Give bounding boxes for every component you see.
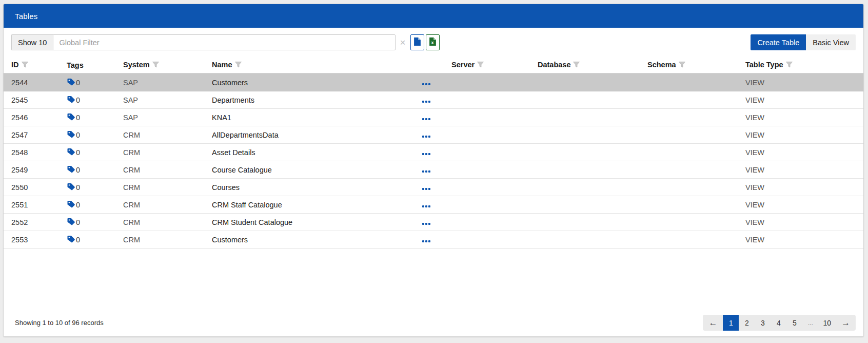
table-row[interactable]: 2545 0 SAP Departments VIEW [4,91,863,109]
cell-database [530,74,640,91]
cell-table-type: VIEW [738,231,863,249]
ellipsis-icon[interactable] [422,188,430,190]
row-actions-button[interactable] [379,161,444,179]
row-actions-button[interactable] [379,231,444,249]
cell-name: Customers [204,231,379,249]
table-row[interactable]: 2551 0 CRM CRM Staff Catalogue VIEW [4,196,863,214]
tables-table: ID Tags System Name Server Data [4,55,863,249]
column-header-tags[interactable]: Tags [59,55,115,74]
filter-funnel-icon[interactable] [477,61,484,69]
cell-tags: 0 [59,74,115,91]
column-header-server[interactable]: Server [444,55,530,74]
export-excel-button[interactable]: x [426,34,440,50]
ellipsis-icon[interactable] [422,205,430,207]
cell-id: 2546 [4,109,59,126]
cell-name: Courses [204,179,379,196]
tag-icon [67,183,75,192]
page-button-5[interactable]: 5 [786,315,802,331]
cell-system: CRM [115,214,204,231]
tag-count: 0 [76,218,80,226]
ellipsis-icon[interactable] [422,170,430,173]
cell-database [530,214,640,231]
column-header-name[interactable]: Name [204,55,379,74]
cell-schema [640,196,738,214]
row-actions-button[interactable] [379,109,444,126]
svg-text:x: x [431,40,433,45]
cell-schema [640,109,738,126]
table-row[interactable]: 2552 0 CRM CRM Student Catalogue VIEW [4,214,863,231]
table-row[interactable]: 2546 0 SAP KNA1 VIEW [4,109,863,126]
cell-id: 2551 [4,196,59,214]
next-page-button[interactable]: → [836,315,856,331]
tables-panel: Tables Show 10 × x [3,4,864,337]
column-header-system[interactable]: System [115,55,204,74]
export-file-button[interactable] [410,34,424,50]
table-row[interactable]: 2544 0 SAP Customers VIEW [4,74,863,91]
basic-view-button[interactable]: Basic View [806,34,856,50]
tag-icon [67,113,75,122]
page-button-3[interactable]: 3 [755,315,771,331]
tag-icon [67,130,75,140]
ellipsis-icon[interactable] [422,240,430,242]
cell-table-type: VIEW [738,214,863,231]
table-row[interactable]: 2553 0 CRM Customers VIEW [4,231,863,249]
cell-system: CRM [115,144,204,161]
table-header-row: ID Tags System Name Server Data [4,55,863,74]
cell-schema [640,161,738,179]
tag-icon [67,78,75,87]
row-actions-button[interactable] [379,179,444,196]
cell-name: CRM Staff Catalogue [204,196,379,214]
column-header-database[interactable]: Database [530,55,640,74]
page-size-selector[interactable]: Show 10 [11,34,53,50]
page-button-2[interactable]: 2 [739,315,755,331]
row-actions-button[interactable] [379,126,444,144]
ellipsis-icon[interactable] [422,83,430,85]
page-button-4[interactable]: 4 [771,315,786,331]
row-actions-button[interactable] [379,144,444,161]
cell-server [444,196,530,214]
row-actions-button[interactable] [379,91,444,109]
ellipsis-icon[interactable] [422,118,430,120]
row-actions-button[interactable] [379,74,444,91]
cell-database [530,144,640,161]
table-row[interactable]: 2547 0 CRM AllDepartmentsData VIEW [4,126,863,144]
cell-schema [640,144,738,161]
ellipsis-icon[interactable] [422,136,430,138]
ellipsis-icon[interactable] [422,223,430,225]
cell-tags: 0 [59,126,115,144]
filter-funnel-icon[interactable] [22,61,28,69]
cell-system: SAP [115,91,204,109]
filter-funnel-icon[interactable] [573,61,580,69]
filter-funnel-icon[interactable] [786,61,793,69]
clear-filter-icon[interactable]: × [400,37,405,47]
ellipsis-icon[interactable] [422,101,430,103]
filter-funnel-icon[interactable] [679,61,685,69]
filter-funnel-icon[interactable] [152,61,159,69]
table-row[interactable]: 2548 0 CRM Asset Details VIEW [4,144,863,161]
row-actions-button[interactable] [379,196,444,214]
cell-database [530,91,640,109]
table-row[interactable]: 2549 0 CRM Course Catalogue VIEW [4,161,863,179]
column-header-table-type[interactable]: Table Type [738,55,863,74]
column-header-id[interactable]: ID [4,55,59,74]
ellipsis-icon[interactable] [422,153,430,155]
cell-schema [640,179,738,196]
panel-header: Tables [4,4,863,28]
row-actions-button[interactable] [379,214,444,231]
tag-icon [67,96,75,105]
table-row[interactable]: 2550 0 CRM Courses VIEW [4,179,863,196]
global-filter-input[interactable] [53,34,396,50]
previous-page-button[interactable]: ← [703,315,723,331]
cell-server [444,179,530,196]
column-header-schema[interactable]: Schema [640,55,738,74]
cell-tags: 0 [59,161,115,179]
panel-footer: Showing 1 to 10 of 96 records ← 1 2 3 4 … [4,315,863,336]
cell-table-type: VIEW [738,196,863,214]
cell-tags: 0 [59,196,115,214]
cell-id: 2547 [4,126,59,144]
page-button-1[interactable]: 1 [723,315,739,331]
create-table-button[interactable]: Create Table [751,34,806,50]
page-button-10[interactable]: 10 [818,315,836,331]
filter-funnel-icon[interactable] [235,61,242,69]
cell-tags: 0 [59,179,115,196]
